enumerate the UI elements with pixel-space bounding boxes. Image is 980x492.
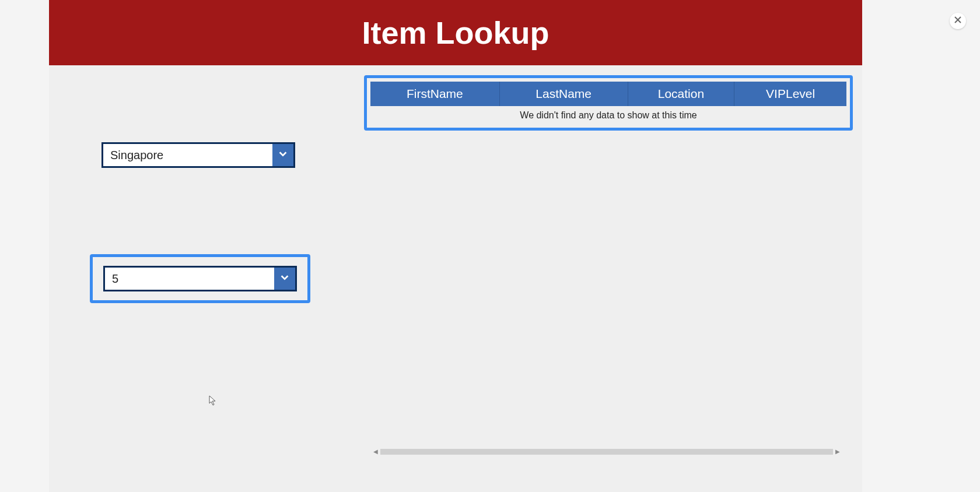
level-dropdown-highlight: 5 [90, 254, 310, 303]
scroll-left-arrow-icon[interactable]: ◀ [373, 449, 378, 455]
empty-state-row: We didn't find any data to show at this … [370, 106, 846, 124]
location-dropdown-value: Singapore [103, 144, 272, 166]
results-table: FirstName LastName Location VIPLevel We … [370, 82, 846, 124]
header-bar: Item Lookup [49, 0, 862, 65]
location-dropdown[interactable]: Singapore [102, 142, 295, 168]
column-header-firstname[interactable]: FirstName [370, 82, 499, 106]
page-title: Item Lookup [362, 15, 550, 51]
results-table-region: FirstName LastName Location VIPLevel We … [364, 75, 853, 131]
chevron-down-icon [279, 272, 290, 285]
scrollbar-track[interactable] [380, 449, 833, 455]
level-dropdown[interactable]: 5 [103, 266, 297, 291]
empty-state-message: We didn't find any data to show at this … [370, 106, 846, 124]
close-button[interactable] [950, 13, 966, 29]
content-area: FirstName LastName Location VIPLevel We … [49, 65, 862, 492]
level-dropdown-toggle[interactable] [274, 268, 295, 290]
chevron-down-icon [278, 149, 288, 161]
scrollbar-thumb[interactable] [380, 449, 833, 455]
app-canvas: Item Lookup FirstName LastName Location … [49, 0, 862, 492]
column-header-location[interactable]: Location [628, 82, 734, 106]
level-dropdown-value: 5 [105, 268, 274, 290]
column-header-lastname[interactable]: LastName [499, 82, 628, 106]
close-icon [954, 16, 962, 26]
location-dropdown-toggle[interactable] [272, 144, 293, 166]
horizontal-scrollbar[interactable]: ◀ ▶ [373, 448, 840, 455]
column-header-viplevel[interactable]: VIPLevel [734, 82, 846, 106]
scroll-right-arrow-icon[interactable]: ▶ [835, 449, 840, 455]
